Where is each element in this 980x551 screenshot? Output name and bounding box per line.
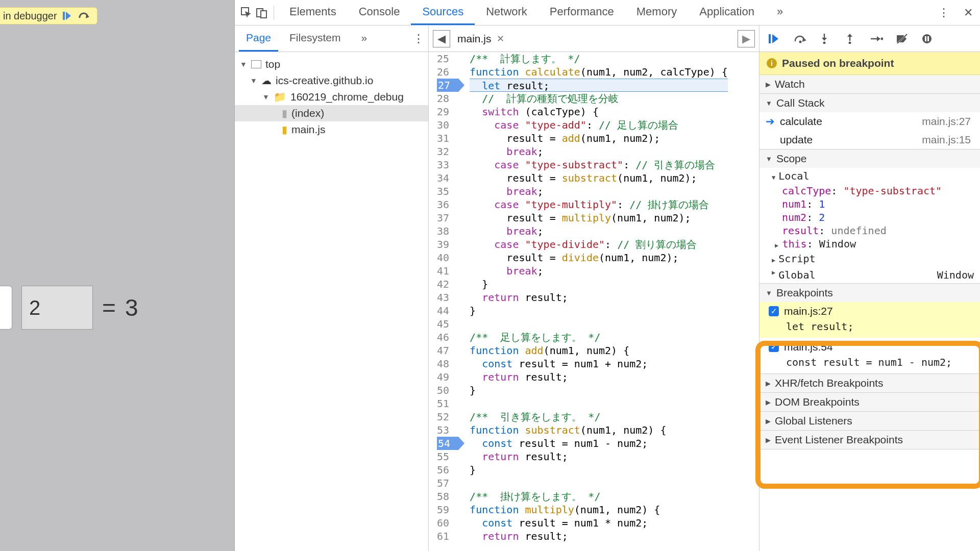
breakpoint-checkbox[interactable]: ✓ (769, 306, 779, 316)
tab-memory[interactable]: Memory (625, 0, 688, 25)
section-callstack[interactable]: ▼Call Stack (760, 94, 980, 112)
result-value: 3 (125, 294, 138, 321)
stack-frame[interactable]: updatemain.js:15 (760, 131, 980, 149)
svg-rect-3 (261, 11, 266, 18)
section-breakpoints[interactable]: ▼Breakpoints (760, 284, 980, 302)
paused-text: in debugger (3, 10, 57, 22)
file-tree: ▼top ▼☁︎ics-creative.github.io ▼📁160219_… (235, 52, 428, 142)
frame-icon (251, 60, 261, 68)
tree-file-index[interactable]: ▮(index) (235, 105, 428, 121)
paused-in-debugger-overlay: in debugger (0, 7, 97, 24)
section-watch[interactable]: ▶Watch (760, 75, 980, 93)
paused-message: iPaused on breakpoint (760, 52, 980, 75)
svg-rect-15 (925, 36, 926, 41)
scope-variable[interactable]: calcType: "type-substract" (760, 184, 980, 197)
pause-exceptions-icon[interactable] (922, 34, 934, 44)
debugger-panel: iPaused on breakpoint ▶Watch ▼Call Stack… (760, 26, 980, 551)
nav-tab-filesystem[interactable]: Filesystem (282, 26, 348, 52)
scope-this[interactable]: ▶ this: Window (760, 237, 980, 251)
close-tab-icon[interactable]: ✕ (497, 33, 504, 44)
devtools: Elements Console Sources Network Perform… (235, 0, 980, 551)
step-icon[interactable] (871, 34, 883, 43)
breakpoint-item[interactable]: ✓main.js:27let result; (760, 302, 980, 338)
svg-point-9 (849, 41, 851, 44)
close-devtools-icon[interactable]: ✕ (961, 6, 976, 19)
scope-global[interactable]: ▶GlobalWindow (760, 267, 980, 283)
page-content: 2 = 3 (0, 286, 138, 330)
scope-variable[interactable]: num2: 2 (760, 211, 980, 224)
overlay-step-icon[interactable] (77, 10, 92, 22)
tab-application[interactable]: Application (688, 0, 766, 25)
nav-kebab-icon[interactable]: ⋮ (413, 32, 424, 45)
cloud-icon: ☁︎ (261, 74, 272, 87)
js-file-icon: ▮ (282, 123, 287, 136)
toggle-debugger-icon[interactable]: ▶ (738, 30, 755, 47)
section-global-listeners[interactable]: ▶Global Listeners (760, 412, 980, 430)
editor-tab-mainjs[interactable]: main.js✕ (453, 26, 508, 52)
overlay-resume-icon[interactable] (59, 10, 75, 22)
step-over-icon[interactable] (794, 34, 806, 43)
device-toolbar-icon[interactable] (254, 7, 270, 18)
devtools-tabstrip: Elements Console Sources Network Perform… (235, 0, 980, 26)
toggle-navigator-icon[interactable]: ◀ (433, 30, 450, 47)
deactivate-breakpoints-icon[interactable] (896, 34, 909, 44)
svg-rect-4 (769, 34, 771, 43)
tree-domain[interactable]: ▼☁︎ics-creative.github.io (235, 72, 428, 89)
tab-network[interactable]: Network (475, 0, 538, 25)
tabs-overflow-icon[interactable]: » (766, 0, 794, 25)
folder-icon: 📁 (274, 91, 286, 103)
sources-navigator: Page Filesystem » ⋮ ▼top ▼☁︎ics-creative… (235, 26, 429, 551)
tab-console[interactable]: Console (348, 0, 411, 25)
tree-file-mainjs[interactable]: ▮main.js (235, 121, 428, 138)
svg-point-14 (922, 34, 932, 43)
scope-local[interactable]: ▼Local (760, 168, 980, 184)
svg-point-5 (799, 40, 802, 43)
section-scope[interactable]: ▼Scope (760, 149, 980, 168)
operator-select-fragment[interactable] (0, 286, 12, 330)
tab-sources[interactable]: Sources (411, 0, 475, 25)
nav-tabs-more-icon[interactable]: » (354, 26, 374, 52)
debugger-toolbar (760, 26, 980, 52)
code-editor: ◀ main.js✕ ▶ 252627282930313233343536373… (429, 26, 760, 551)
tree-folder[interactable]: ▼📁160219_chrome_debug (235, 89, 428, 105)
section-xhr-breakpoints[interactable]: ▶XHR/fetch Breakpoints (760, 374, 980, 392)
settings-kebab-icon[interactable]: ⋮ (936, 6, 951, 19)
section-event-listener-breakpoints[interactable]: ▶Event Listener Breakpoints (760, 431, 980, 449)
svg-point-7 (823, 41, 826, 44)
section-dom-breakpoints[interactable]: ▶DOM Breakpoints (760, 393, 980, 411)
scope-variable[interactable]: result: undefined (760, 224, 980, 237)
equals-sign: = (102, 294, 116, 321)
nav-tab-page[interactable]: Page (239, 26, 278, 52)
resume-icon[interactable] (769, 34, 781, 44)
tree-top[interactable]: ▼top (235, 56, 428, 72)
tab-elements[interactable]: Elements (278, 0, 348, 25)
info-icon: i (767, 58, 777, 68)
document-icon: ▮ (282, 107, 287, 119)
stack-frame[interactable]: calculatemain.js:27 (760, 112, 980, 131)
breakpoint-item[interactable]: ✓main.js:54const result = num1 - num2; (760, 338, 980, 373)
num-input[interactable]: 2 (21, 286, 93, 330)
svg-rect-16 (927, 36, 929, 41)
breakpoint-checkbox[interactable]: ✓ (769, 342, 779, 352)
scope-variable[interactable]: num1: 1 (760, 197, 980, 211)
step-out-icon[interactable] (845, 34, 857, 44)
step-into-icon[interactable] (820, 34, 832, 44)
svg-point-11 (881, 37, 884, 40)
code-content[interactable]: /** 計算します。 */function calculate(num1, nu… (460, 52, 728, 551)
line-gutter[interactable]: 2526272829303132333435363738394041424344… (429, 52, 460, 551)
inspect-icon[interactable] (239, 7, 254, 18)
scope-script[interactable]: ▶Script (760, 251, 980, 267)
svg-rect-0 (63, 12, 65, 20)
tab-performance[interactable]: Performance (538, 0, 625, 25)
rendered-page: in debugger 2 = 3 (0, 0, 235, 551)
